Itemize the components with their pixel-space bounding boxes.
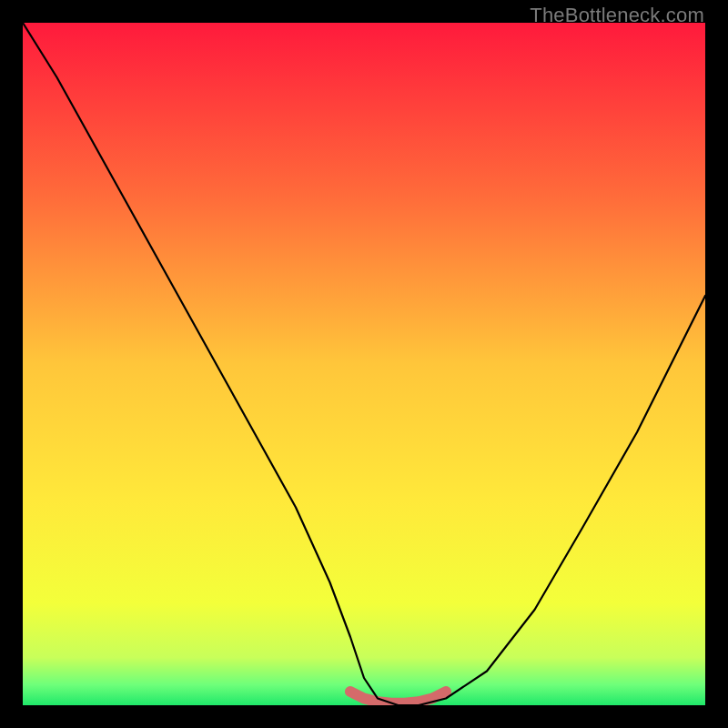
watermark-text: TheBottleneck.com [530, 4, 704, 27]
chart-frame: TheBottleneck.com [0, 0, 728, 728]
curve-layer [23, 23, 705, 705]
v-curve-series [23, 23, 705, 705]
plot-area [23, 23, 705, 705]
